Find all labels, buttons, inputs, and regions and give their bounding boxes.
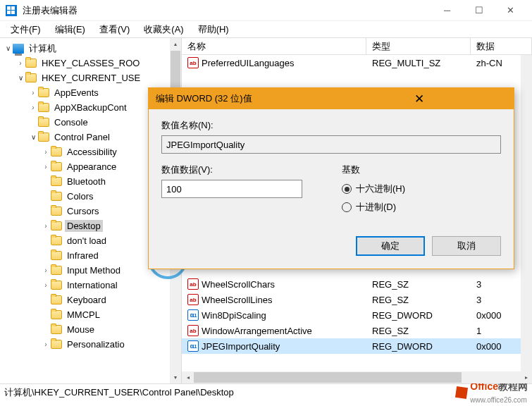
menubar: 文件(F) 编辑(E) 查看(V) 收藏夹(A) 帮助(H)	[0, 21, 532, 38]
list-row-selected[interactable]: 011JPEGImportQuality REG_DWORD 0x000	[182, 338, 532, 354]
radio-hex[interactable]: 十六进制(H)	[342, 183, 501, 195]
window-controls: ─ ☐ ✕	[431, 0, 526, 21]
list-row[interactable]: 011Win8DpiScaling REG_DWORD 0x000	[182, 307, 532, 323]
chevron-right-icon[interactable]: ›	[41, 222, 51, 230]
tree-label: AppXBackupCont	[52, 102, 129, 113]
menu-fav[interactable]: 收藏夹(A)	[137, 23, 190, 36]
chevron-right-icon[interactable]: ›	[16, 59, 25, 67]
menu-help[interactable]: 帮助(H)	[191, 23, 236, 36]
close-button[interactable]: ✕	[495, 0, 526, 21]
tree-hkcr[interactable]: › HKEY_CLASSES_ROO	[0, 56, 181, 70]
reg-string-icon: ab	[187, 57, 199, 68]
column-name[interactable]: 名称	[182, 38, 366, 54]
value-type: REG_SZ	[366, 279, 471, 290]
folder-icon	[38, 118, 49, 127]
tree-label: Infrared	[65, 250, 101, 262]
chevron-down-icon[interactable]: ∨	[28, 133, 38, 141]
tree-label: HKEY_CURRENT_USE	[39, 72, 142, 84]
data-input[interactable]	[161, 180, 302, 198]
dialog-titlebar[interactable]: 编辑 DWORD (32 位)值 ✕	[149, 88, 514, 109]
column-data[interactable]: 数据	[471, 38, 532, 54]
tree-keyboard[interactable]: › Keyboard	[0, 293, 181, 307]
folder-icon	[51, 192, 62, 201]
list-row[interactable]: abWindowArrangementActive REG_SZ 1	[182, 323, 532, 338]
chevron-right-icon[interactable]: ›	[28, 89, 38, 97]
chevron-right-icon[interactable]: ›	[41, 148, 51, 156]
folder-icon	[51, 221, 62, 230]
titlebar: 注册表编辑器 ─ ☐ ✕	[0, 0, 532, 21]
scrollbar-thumb[interactable]	[194, 372, 462, 383]
scrollbar-down-arrow[interactable]: ▾	[170, 371, 181, 383]
tree-international[interactable]: › International	[0, 278, 181, 293]
tree-personalization[interactable]: › Personalizatio	[0, 337, 181, 352]
scrollbar-up-arrow[interactable]: ▴	[170, 38, 181, 50]
dialog-body: 数值名称(N): 数值数据(V): 基数 十六进制(H) 十进制(D)	[149, 109, 514, 269]
tree-root[interactable]: ∨ 计算机	[0, 41, 181, 56]
folder-icon	[51, 236, 62, 245]
folder-icon	[25, 73, 37, 82]
tree-hkcu[interactable]: ∨ HKEY_CURRENT_USE	[0, 70, 181, 85]
menu-edit[interactable]: 编辑(E)	[48, 23, 92, 36]
app-icon	[6, 5, 17, 16]
list-row[interactable]: abWheelScrollLines REG_SZ 3	[182, 292, 532, 307]
tree-label: International	[65, 279, 120, 291]
list-vertical-scrollbar[interactable]	[521, 55, 532, 371]
dialog-title: 编辑 DWORD (32 位)值	[156, 92, 331, 105]
maximize-button[interactable]: ☐	[463, 0, 495, 21]
scrollbar-right-arrow[interactable]: ▸	[520, 371, 532, 383]
minimize-button[interactable]: ─	[431, 0, 463, 21]
ok-button[interactable]: 确定	[356, 236, 425, 256]
edit-dword-dialog: 编辑 DWORD (32 位)值 ✕ 数值名称(N): 数值数据(V): 基数 …	[148, 87, 514, 269]
reg-string-icon: ab	[187, 294, 199, 305]
chevron-right-icon[interactable]: ›	[41, 266, 51, 274]
dialog-close-button[interactable]: ✕	[331, 92, 507, 106]
value-name: WheelScrollChars	[202, 279, 275, 290]
list-horizontal-scrollbar[interactable]: ◂ ▸	[182, 371, 532, 383]
radio-dec[interactable]: 十进制(D)	[342, 201, 501, 214]
tree-label-selected: Desktop	[65, 220, 103, 232]
list-row[interactable]: abPreferredUILanguages REG_MULTI_SZ zh-C…	[182, 55, 532, 70]
folder-icon	[51, 147, 62, 156]
radio-label: 十六进制(H)	[356, 183, 405, 195]
name-label: 数值名称(N):	[161, 119, 501, 132]
name-input[interactable]	[161, 135, 501, 154]
value-name: Win8DpiScaling	[202, 310, 266, 321]
reg-dword-icon: 011	[187, 340, 199, 352]
status-path: 计算机\HKEY_CURRENT_USER\Control Panel\Desk…	[4, 386, 234, 399]
tree-label: 计算机	[27, 42, 58, 56]
chevron-right-icon[interactable]: ›	[41, 281, 51, 289]
window-title: 注册表编辑器	[23, 4, 431, 17]
menu-file[interactable]: 文件(F)	[4, 23, 48, 36]
chevron-down-icon[interactable]: ∨	[3, 44, 13, 52]
base-radio-group: 十六进制(H) 十进制(D)	[342, 180, 501, 214]
chevron-right-icon[interactable]: ›	[41, 163, 51, 171]
tree-label: Keyboard	[65, 294, 109, 306]
radio-icon	[342, 184, 352, 194]
chevron-right-icon[interactable]: ›	[28, 104, 38, 111]
tree-label: Control Panel	[52, 131, 112, 143]
base-label: 基数	[342, 164, 501, 176]
menu-view[interactable]: 查看(V)	[92, 23, 137, 36]
folder-icon	[51, 281, 62, 290]
brand-logo: Office教程网www.office26.com	[456, 381, 528, 405]
folder-icon	[51, 251, 62, 260]
value-type: REG_DWORD	[366, 310, 471, 321]
tree-mmcpl[interactable]: › MMCPL	[0, 307, 181, 322]
folder-icon	[51, 162, 62, 171]
folder-icon	[38, 88, 49, 97]
reg-string-icon: ab	[187, 278, 199, 290]
folder-icon	[25, 59, 37, 68]
reg-dword-icon: 011	[187, 309, 199, 321]
column-type[interactable]: 类型	[366, 38, 471, 54]
tree-label: Mouse	[65, 324, 97, 336]
cancel-button[interactable]: 取消	[432, 236, 501, 256]
scrollbar-left-arrow[interactable]: ◂	[182, 371, 194, 383]
tree-mouse[interactable]: › Mouse	[0, 322, 181, 337]
chevron-right-icon[interactable]: ›	[41, 340, 51, 348]
tree-label: HKEY_CLASSES_ROO	[39, 57, 142, 69]
chevron-down-icon[interactable]: ∨	[16, 74, 25, 82]
value-name: JPEGImportQuality	[202, 341, 280, 352]
value-type: REG_SZ	[366, 295, 471, 305]
tree-label: don't load	[65, 235, 109, 247]
folder-icon	[38, 103, 49, 112]
